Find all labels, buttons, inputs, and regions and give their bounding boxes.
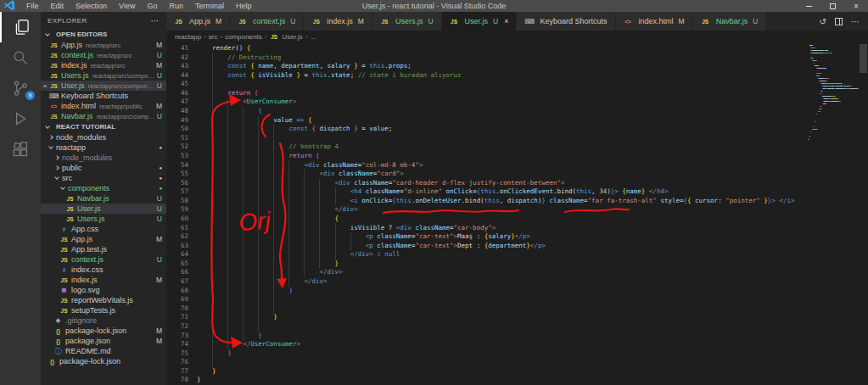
menu-item-view[interactable]: View — [113, 2, 141, 10]
tab-close-icon[interactable]: × — [504, 17, 508, 25]
tree-item-setuptests-js[interactable]: JSsetupTests.js — [41, 305, 166, 315]
open-editor-app-js[interactable]: JSApp.jsreactapp\srcM — [41, 40, 166, 50]
close-editor-icon[interactable]: × — [41, 82, 49, 90]
tree-item-package-lock-json[interactable]: {}package-lock.jsonM — [41, 326, 166, 336]
minimize-button[interactable] — [797, 0, 820, 12]
tree-item-public[interactable]: public● — [41, 163, 166, 173]
breadcrumb-item[interactable]: reactapp — [175, 33, 201, 41]
code-line[interactable]: 62 <p className="car-text">Maaş : {salar… — [166, 232, 807, 242]
code-line[interactable]: 45 — [166, 80, 807, 89]
code-line[interactable]: 67 </div> — [166, 277, 807, 287]
tab-app-js[interactable]: JSApp.jsM — [166, 12, 230, 31]
tab-index-html[interactable]: <>index.htmlM — [616, 12, 693, 31]
code-line[interactable]: 77 } — [166, 367, 807, 377]
code-line[interactable]: 70 — [166, 304, 807, 314]
code-line[interactable]: 50 const { dispatch } = value; — [166, 125, 807, 134]
explorer-more-actions-icon[interactable]: ⋯ — [151, 16, 160, 25]
open-editor-context-js[interactable]: JScontext.jsreactapp\srcU — [41, 50, 166, 60]
explorer-icon[interactable] — [0, 12, 41, 42]
more-actions-icon[interactable]: ⋯ — [851, 17, 860, 26]
code-line[interactable]: 52 // bootsrap 4 — [166, 142, 807, 152]
breadcrumb-item[interactable]: User.js — [282, 33, 302, 41]
split-editor-icon[interactable] — [835, 18, 843, 25]
breadcrumb-item[interactable]: src — [209, 33, 218, 41]
code-line[interactable]: 46 return ( — [166, 89, 807, 98]
tree-item-context-js[interactable]: JScontext.jsU — [41, 254, 166, 265]
code-line[interactable]: 41 render() { — [166, 44, 807, 53]
tab-navbar-js[interactable]: JSNavbar.jsU — [693, 12, 767, 31]
tree-item-app-test-js[interactable]: JSApp.test.js — [41, 244, 166, 254]
code-line[interactable]: 76 — [166, 358, 807, 367]
menu-item-edit[interactable]: Edit — [45, 2, 70, 10]
breadcrumb-item[interactable]: components — [225, 33, 262, 41]
menu-item-go[interactable]: Go — [141, 2, 163, 10]
tree-item-readme-md[interactable]: ⓘREADME.md — [41, 346, 166, 356]
code-line[interactable]: 49 value => { — [166, 116, 807, 126]
tree-item-reactapp[interactable]: reactapp● — [41, 142, 166, 153]
code-line[interactable]: 72 — [166, 322, 807, 332]
tree-item-navbar-js[interactable]: JSNavbar.jsU — [41, 193, 166, 204]
code-line[interactable]: 60 { — [166, 215, 807, 224]
tab-users-js[interactable]: JSUsers.jsU — [372, 12, 442, 31]
code-line[interactable]: 74 </UserConsumer> — [166, 340, 807, 349]
code-line[interactable]: 65 } — [166, 259, 807, 269]
tree-item-reportwebvitals-js[interactable]: JSreportWebVitals.js — [41, 295, 166, 305]
tree-item-users-js[interactable]: JSUsers.jsU — [41, 214, 166, 224]
code-line[interactable]: 56 <div className="card-header d-flex ju… — [166, 179, 807, 188]
code-line[interactable]: 69 — [166, 295, 807, 304]
open-editor-keyboard-shortcuts[interactable]: ⌨Keyboard Shortcuts — [41, 91, 166, 101]
tree-item-node-modules[interactable]: node_modules — [41, 153, 166, 163]
tree-item-app-css[interactable]: #App.css — [41, 224, 166, 234]
code-line[interactable]: 57 <h4 className="d-inline" onClick={thi… — [166, 187, 807, 197]
open-editor-users-js[interactable]: JSUsers.jsreactapp\src\componentsU — [41, 70, 166, 81]
scrollbar-thumb[interactable] — [860, 44, 867, 73]
code-line[interactable]: 51 — [166, 134, 807, 143]
code-line[interactable]: 54 <div className="col-md-8 mb-4"> — [166, 161, 807, 170]
tab-keyboard-shortcuts[interactable]: ⌨Keyboard Shortcuts — [517, 12, 615, 31]
tree-item-user-js[interactable]: JSUser.jsU — [41, 204, 166, 214]
code-line[interactable]: 59 </div> — [166, 205, 807, 215]
code-line[interactable]: 68 ) — [166, 287, 807, 296]
code-line[interactable]: 47 <UserConsumer> — [166, 98, 807, 107]
tree-item-node-modules[interactable]: node_modules — [41, 132, 166, 142]
tree-item-logo-svg[interactable]: ◼logo.svg — [41, 285, 166, 295]
code-line[interactable]: 71 } — [166, 313, 807, 322]
tab-user-js[interactable]: JSUser.jsU× — [442, 12, 518, 31]
source-control-icon[interactable]: 9 — [0, 73, 41, 103]
code-area[interactable]: 41 render() {42 // Destructing43 const {… — [166, 42, 868, 385]
open-editor-navbar-js[interactable]: JSNavbar.jsreactapp\src\componentsU — [41, 111, 166, 121]
maximize-button[interactable] — [820, 0, 844, 12]
code-line[interactable]: 43 const { name, department, salary } = … — [166, 62, 807, 71]
tree-item-index-css[interactable]: #index.css — [41, 265, 166, 275]
tree-item-components[interactable]: components● — [41, 183, 166, 193]
tree-item-app-js[interactable]: JSApp.jsM — [41, 234, 166, 244]
code-line[interactable]: 44 const { isVisible } = this.state; // … — [166, 71, 807, 81]
menu-item-file[interactable]: File — [20, 2, 45, 10]
tree-root-header[interactable]: REACT TUTORIAL — [41, 121, 166, 132]
open-editor-user-js[interactable]: ×JSUser.jsreactapp\src\componentsU — [41, 81, 166, 91]
tree-item-index-js[interactable]: JSindex.jsM — [41, 275, 166, 285]
tree-item-package-lock-json[interactable]: {}package-lock.json — [41, 356, 166, 366]
code-line[interactable]: 58 <i onClick={this.onDeleteUser.bind(th… — [166, 197, 807, 206]
code-line[interactable]: 64 </div> : null — [166, 250, 807, 259]
code-line[interactable]: 55 <div className="card"> — [166, 170, 807, 179]
code-line[interactable]: 48 { — [166, 107, 807, 116]
menu-item-run[interactable]: Run — [163, 2, 189, 10]
menu-item-help[interactable]: Help — [230, 2, 258, 10]
search-icon[interactable] — [0, 42, 41, 73]
tab-index-js[interactable]: JSindex.jsM — [304, 12, 372, 31]
tree-item--gitignore[interactable]: ◆.gitignore — [41, 315, 166, 326]
open-editors-header[interactable]: OPEN EDITORS — [41, 29, 166, 40]
tree-item-package-json[interactable]: {}package.jsonM — [41, 336, 166, 346]
history-icon[interactable]: ↺ — [820, 17, 826, 26]
open-editor-index-js[interactable]: JSindex.jsreactapp\srcM — [41, 60, 166, 70]
tab-context-js[interactable]: JScontext.jsU — [230, 12, 304, 31]
code-line[interactable]: 73 } — [166, 332, 807, 341]
code-line[interactable]: 66 </div> — [166, 268, 807, 277]
breadcrumb-item[interactable]: ... — [311, 33, 316, 41]
menu-item-selection[interactable]: Selection — [70, 2, 113, 10]
code-line[interactable]: 53 return ( — [166, 152, 807, 161]
extensions-icon[interactable] — [0, 134, 41, 165]
minimap[interactable] — [808, 44, 859, 385]
code-line[interactable]: 63 <p className="car-text">Dept : {depar… — [166, 242, 807, 251]
